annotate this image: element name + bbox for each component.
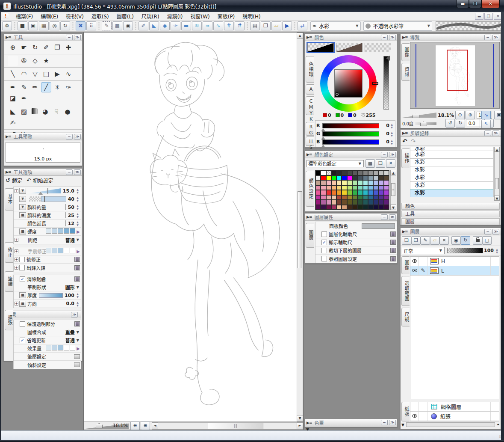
- contour-fill-tool[interactable]: ◕: [40, 107, 50, 117]
- palette-color[interactable]: [336, 180, 342, 185]
- camera-icon[interactable]: ◉: [451, 236, 461, 245]
- palette-color[interactable]: [326, 175, 331, 181]
- palette-color[interactable]: [363, 180, 368, 185]
- path-select-tool[interactable]: ▶: [52, 69, 62, 79]
- chevron-down-icon[interactable]: ▼: [77, 338, 79, 342]
- palette-color[interactable]: [363, 175, 368, 181]
- palette-color[interactable]: [373, 185, 378, 190]
- toolbar-separator[interactable]: [293, 21, 296, 30]
- triangle-ruler-icon[interactable]: ◣: [149, 21, 159, 30]
- layer-prop-row[interactable]: 參照圖層設定: [315, 255, 397, 263]
- layer-row[interactable]: 網格圖層: [410, 402, 499, 412]
- palette-color[interactable]: [315, 175, 321, 181]
- nav-zoom-slider[interactable]: [402, 112, 436, 119]
- layer-lock-cell[interactable]: [490, 402, 499, 411]
- palette-color[interactable]: [357, 200, 363, 205]
- palette-color[interactable]: [352, 185, 357, 190]
- checkbox[interactable]: [321, 256, 327, 261]
- palette-color[interactable]: [352, 170, 357, 175]
- panel-minimize-button[interactable]: −: [484, 131, 491, 136]
- tab-hue-wheel[interactable]: 色相環: [306, 56, 314, 83]
- finger-tool[interactable]: ☟: [51, 107, 62, 117]
- paint-density-row[interactable]: ■ 顏料的濃度 25 ▲▼: [14, 211, 81, 220]
- select-grid-icon[interactable]: ▩: [112, 21, 122, 30]
- curve-ruler2-icon[interactable]: ≈: [203, 21, 212, 30]
- transparent-color-swatch[interactable]: [365, 43, 391, 52]
- palette-color[interactable]: [331, 190, 336, 195]
- palette-color[interactable]: [342, 195, 347, 200]
- palette-color[interactable]: [368, 180, 373, 185]
- menu-item[interactable]: 濾鏡(I): [163, 12, 187, 21]
- palette-color[interactable]: [342, 185, 347, 190]
- history-entry[interactable]: 水彩: [410, 189, 494, 197]
- palette-color[interactable]: [336, 200, 342, 205]
- marker-tool[interactable]: ✏: [30, 82, 40, 92]
- palette-color[interactable]: [342, 175, 347, 181]
- palette-color[interactable]: [331, 200, 336, 205]
- palette-color[interactable]: [357, 195, 363, 200]
- palette-color[interactable]: [384, 180, 389, 185]
- main-color-swatch[interactable]: [307, 43, 334, 52]
- lasso-tool[interactable]: ✇: [19, 56, 29, 66]
- tab-hs[interactable]: HS: [306, 136, 314, 146]
- palette-color[interactable]: [373, 205, 378, 210]
- brush-shape-row[interactable]: 筆刷形狀 圓形 ▼: [14, 283, 81, 291]
- color-stretch-row[interactable]: 顏色延長 12 ▲▼: [14, 220, 81, 228]
- spinner[interactable]: ▲▼: [75, 220, 80, 227]
- lens-icon[interactable]: ◉: [123, 21, 133, 30]
- palette-color[interactable]: [378, 170, 383, 175]
- visibility-toggle[interactable]: [410, 412, 419, 421]
- pressure-settings-row[interactable]: 筆壓設定: [14, 353, 81, 361]
- panel-menu-icon[interactable]: ▶≡: [6, 170, 11, 174]
- history-section-header[interactable]: 圖層: [401, 218, 500, 225]
- advanced-settings-icon[interactable]: [74, 265, 80, 270]
- palette-color[interactable]: [357, 170, 363, 175]
- edit-target-toggle[interactable]: [419, 402, 427, 411]
- settings-icon[interactable]: ⚙: [2, 21, 12, 30]
- hue-wheel[interactable]: [320, 55, 377, 112]
- action-run-icon[interactable]: ▶: [282, 21, 292, 30]
- arrow-right-icon[interactable]: ▶: [77, 346, 80, 351]
- checkbox[interactable]: [321, 248, 327, 253]
- palette-color[interactable]: [378, 205, 383, 210]
- history-section-header[interactable]: 顏色: [401, 203, 500, 210]
- tilt-settings-row[interactable]: 傾斜設定: [14, 361, 81, 369]
- rect-select-tool[interactable]: [8, 56, 18, 66]
- layer-lock-cell[interactable]: [490, 412, 499, 421]
- panel-collapse-button[interactable]: ≫: [389, 420, 396, 425]
- palette-scrollbar[interactable]: ▲ ≡ ▼: [390, 170, 396, 210]
- palette-color[interactable]: [357, 175, 363, 181]
- chevron-down-icon[interactable]: ▼: [77, 238, 79, 242]
- new-page-icon[interactable]: ❏: [376, 159, 385, 168]
- panel-collapse-button[interactable]: ≫: [492, 229, 499, 234]
- switch-window-icon[interactable]: ⇄: [298, 21, 307, 30]
- draw-line-icon[interactable]: ✐: [139, 21, 148, 30]
- visibility-toggle[interactable]: [410, 266, 419, 275]
- tab-color-settings[interactable]: 顏色設定: [306, 171, 314, 207]
- menu-item[interactable]: 視窗(W): [186, 12, 213, 21]
- palette-color[interactable]: [315, 180, 321, 185]
- spinner[interactable]: ▲▼: [389, 122, 394, 129]
- tab-stroke[interactable]: 筆觸: [5, 271, 13, 292]
- panel-menu-icon[interactable]: ▶≡: [307, 421, 312, 425]
- palette-color[interactable]: [384, 190, 389, 195]
- canvas[interactable]: [84, 33, 297, 421]
- palette-color[interactable]: [331, 180, 336, 185]
- palette-color[interactable]: [321, 170, 326, 175]
- spacing-row[interactable]: + 間距 普通 ▼: [14, 236, 81, 244]
- sub-color-swatch[interactable]: [336, 43, 363, 52]
- palette-color[interactable]: [384, 175, 389, 181]
- palette-color[interactable]: [315, 185, 321, 190]
- lock-label[interactable]: 鎖定: [12, 177, 22, 184]
- palette-color[interactable]: [363, 195, 368, 200]
- arrow-right-icon[interactable]: ▶: [77, 249, 80, 254]
- panel-menu-icon[interactable]: ▶≡: [6, 134, 11, 139]
- rotate-ccw-icon[interactable]: ↺: [445, 119, 455, 128]
- palette-color[interactable]: [336, 195, 342, 200]
- entry-exit-row[interactable]: + 出鋒入鋒: [14, 264, 81, 272]
- opacity-row[interactable]: ▼ 40 ▲▼: [14, 195, 81, 203]
- tab-alpha[interactable]: A: [306, 84, 314, 95]
- arrow-right-icon[interactable]: ▶: [77, 229, 80, 234]
- palette-color[interactable]: [384, 195, 389, 200]
- palette-color[interactable]: [331, 175, 336, 181]
